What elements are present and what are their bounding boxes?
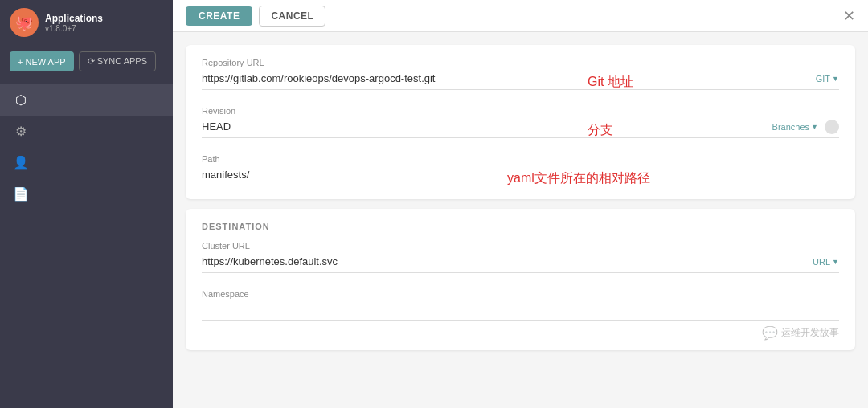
path-group: Path yaml文件所在的相对路径 <box>202 154 839 186</box>
sync-apps-button[interactable]: ⟳ SYNC APPS <box>79 51 156 71</box>
repository-url-input-row: GIT ▼ <box>202 71 839 90</box>
namespace-input[interactable] <box>202 302 839 317</box>
watermark-text: 运维开发故事 <box>781 326 839 340</box>
namespace-label: Namespace <box>202 289 839 299</box>
revision-group: Revision Branches ▼ 分支 <box>202 106 839 138</box>
revision-input[interactable] <box>202 119 766 134</box>
destination-section: DESTINATION Cluster URL URL ▼ Namespace <box>186 209 855 350</box>
close-button[interactable]: ✕ <box>843 9 855 23</box>
main-area: CREATE CANCEL ✕ Repository URL GIT ▼ Git… <box>173 0 868 408</box>
repository-url-input[interactable] <box>202 71 809 86</box>
gear-icon: ⚙ <box>13 124 29 139</box>
sidebar-item-settings[interactable]: ⚙ <box>0 116 173 147</box>
cluster-url-label: Cluster URL <box>202 241 839 251</box>
cluster-url-input[interactable] <box>202 254 806 269</box>
repository-url-label: Repository URL <box>202 58 839 67</box>
top-bar: CREATE CANCEL ✕ <box>173 0 868 32</box>
revision-input-row: Branches ▼ <box>202 119 839 138</box>
branches-chevron-icon: ▼ <box>811 123 818 131</box>
source-section: Repository URL GIT ▼ Git 地址 Revision Bra… <box>186 45 855 199</box>
sidebar-item-user[interactable]: 👤 <box>0 147 173 178</box>
sidebar: 🐙 Applications v1.8.0+7 + NEW APP ⟳ SYNC… <box>0 0 173 408</box>
new-app-button[interactable]: + NEW APP <box>10 51 74 71</box>
watermark: 💬 运维开发故事 <box>762 325 839 341</box>
cancel-button[interactable]: CANCEL <box>259 6 326 27</box>
url-badge-label: URL <box>813 257 830 267</box>
repository-url-group: Repository URL GIT ▼ Git 地址 <box>202 58 839 90</box>
form-scroll-area[interactable]: Repository URL GIT ▼ Git 地址 Revision Bra… <box>173 32 868 408</box>
sidebar-nav: ⬡ ⚙ 👤 📄 <box>0 78 173 216</box>
watermark-icon: 💬 <box>762 325 778 341</box>
url-chevron-icon: ▼ <box>832 258 839 266</box>
git-badge[interactable]: GIT ▼ <box>816 74 839 84</box>
branches-badge-label: Branches <box>772 122 809 132</box>
cluster-url-input-row: URL ▼ <box>202 254 839 273</box>
namespace-input-row <box>202 302 839 321</box>
sidebar-logo: 🐙 Applications v1.8.0+7 <box>0 0 173 45</box>
git-badge-label: GIT <box>816 74 830 84</box>
create-button[interactable]: CREATE <box>186 6 252 26</box>
user-icon: 👤 <box>13 155 29 170</box>
app-title: Applications <box>45 13 103 24</box>
logo-info: Applications v1.8.0+7 <box>45 13 103 33</box>
git-chevron-icon: ▼ <box>832 75 839 83</box>
revision-label: Revision <box>202 106 839 116</box>
path-input-row <box>202 167 839 186</box>
namespace-group: Namespace <box>202 289 839 321</box>
app-version: v1.8.0+7 <box>45 24 103 33</box>
layers-icon: ⬡ <box>13 92 29 108</box>
docs-icon: 📄 <box>13 186 29 202</box>
sidebar-item-docs[interactable]: 📄 <box>0 178 173 210</box>
path-label: Path <box>202 154 839 164</box>
sidebar-item-apps[interactable]: ⬡ <box>0 84 173 116</box>
revision-status-circle <box>825 120 839 134</box>
destination-section-title: DESTINATION <box>202 222 839 231</box>
path-input[interactable] <box>202 167 839 182</box>
app-logo-avatar: 🐙 <box>10 8 39 37</box>
logo-emoji: 🐙 <box>15 14 33 31</box>
sidebar-actions: + NEW APP ⟳ SYNC APPS <box>0 45 173 78</box>
url-badge[interactable]: URL ▼ <box>813 257 839 267</box>
cluster-url-group: Cluster URL URL ▼ <box>202 241 839 273</box>
branches-badge[interactable]: Branches ▼ <box>772 122 818 132</box>
